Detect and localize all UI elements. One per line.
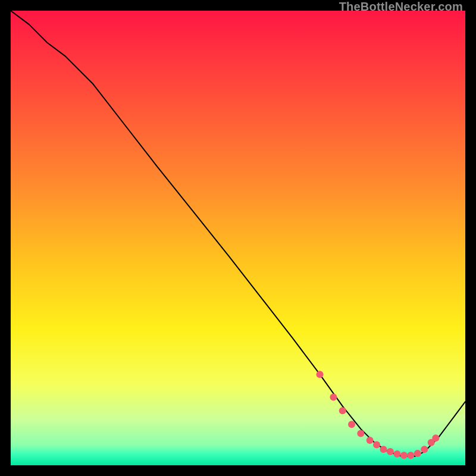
marker-dot [373, 441, 380, 449]
marker-dot [421, 446, 428, 453]
marker-dot [432, 434, 439, 441]
marker-dot [339, 407, 346, 414]
chart-frame [11, 11, 465, 465]
marker-dot [414, 450, 421, 457]
marker-dot [400, 452, 408, 459]
chart-svg [11, 11, 465, 465]
marker-dot [407, 452, 414, 459]
chart-background [11, 11, 465, 465]
marker-dot [387, 448, 394, 455]
marker-dot [330, 393, 337, 400]
watermark-text: TheBottleNecker.com [339, 0, 463, 14]
marker-dot [380, 446, 387, 453]
marker-dot [357, 430, 364, 437]
marker-dot [367, 437, 374, 444]
marker-dot [393, 450, 400, 458]
marker-dot [317, 371, 324, 378]
marker-dot [348, 421, 355, 428]
